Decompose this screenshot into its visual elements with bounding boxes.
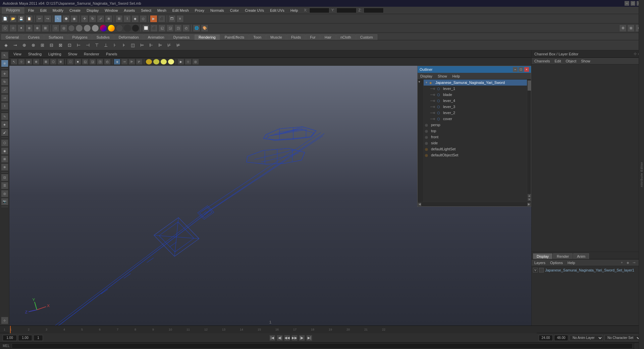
menu-item-display[interactable]: Display xyxy=(84,8,101,13)
go-to-start-btn[interactable]: |◀ xyxy=(269,335,275,341)
lasso-btn[interactable]: ⬟ xyxy=(62,15,70,22)
shelf-icon-14[interactable]: ⊧ xyxy=(120,41,128,49)
vp-color3[interactable] xyxy=(160,59,167,65)
step-fwd-btn[interactable]: |▶ xyxy=(299,335,305,341)
tb2-22[interactable]: ◳ xyxy=(174,24,182,32)
timeline-ruler[interactable]: 1 2 3 4 5 6 7 8 9 10 11 12 13 14 15 16 1… xyxy=(9,326,537,333)
mel-input[interactable] xyxy=(12,343,633,349)
vp-tbex2[interactable]: ⊹ xyxy=(185,59,192,65)
vp-color2[interactable] xyxy=(153,59,160,65)
shelf-icon-18[interactable]: ⊫ xyxy=(156,41,164,49)
outliner-close-btn[interactable]: × xyxy=(524,67,529,72)
vp-tb12[interactable]: ◳ xyxy=(97,59,103,65)
polygon-selector[interactable]: Polygons xyxy=(1,7,25,14)
mod-tab-dynamics[interactable]: Dynamics xyxy=(169,34,194,40)
tb2-12[interactable] xyxy=(92,24,99,32)
vp-tb9[interactable]: ■ xyxy=(74,59,81,65)
go-to-end-btn[interactable]: ▶| xyxy=(306,335,312,341)
cb-icon1[interactable]: ⊹ xyxy=(634,52,637,56)
mod-tab-subdivs[interactable]: Subdivs xyxy=(92,34,114,40)
show-ui-btn[interactable]: 🗔 xyxy=(168,15,176,22)
outliner-max-btn[interactable]: □ xyxy=(519,67,523,72)
select-btn[interactable]: ↖ xyxy=(54,15,62,22)
lt-layer[interactable]: ☰ xyxy=(1,182,8,189)
vp-tb11[interactable]: ◲ xyxy=(89,59,96,65)
tb2-1[interactable]: ⬡ xyxy=(1,24,9,32)
new-scene-btn[interactable]: 📄 xyxy=(1,15,9,22)
lt-select[interactable]: ↖ xyxy=(1,52,8,59)
tb2-8[interactable]: ◎ xyxy=(60,24,67,32)
universal-btn[interactable]: ⊕ xyxy=(105,15,112,22)
lt-lasso[interactable]: ⊕ xyxy=(1,60,8,67)
tb2-5[interactable]: ⊗ xyxy=(34,24,41,32)
snap-grid-btn[interactable]: ⊞ xyxy=(115,15,123,22)
cb-tab-edit[interactable]: Edit xyxy=(553,59,562,63)
shelf-icon-12[interactable]: ⊥ xyxy=(102,41,110,49)
outl-item-top[interactable]: ◎ top xyxy=(424,128,527,134)
tb2-17[interactable] xyxy=(132,24,139,32)
tb2-3[interactable]: ✦ xyxy=(17,24,25,32)
outliner-btn[interactable]: ≡ xyxy=(176,15,184,22)
lt-sculpt[interactable]: ◉ xyxy=(1,147,8,155)
mod-tab-fur[interactable]: Fur xyxy=(306,34,320,40)
tb2-2[interactable]: ⊹ xyxy=(9,24,17,32)
lt-move[interactable]: ✛ xyxy=(1,70,8,78)
vp-tbex3[interactable]: ◎ xyxy=(192,59,199,65)
snap-curve-btn[interactable]: ⌇ xyxy=(123,15,131,22)
tb2-13[interactable] xyxy=(100,24,107,32)
menu-item-window[interactable]: Window xyxy=(102,8,120,13)
outl-display-menu[interactable]: Display xyxy=(419,74,434,79)
lt-cam[interactable]: 📷 xyxy=(1,198,8,205)
save-btn[interactable]: 💾 xyxy=(17,15,25,22)
play-fwd-btn[interactable]: ▶▶ xyxy=(291,335,298,341)
shelf-icon-9[interactable]: ⊢ xyxy=(74,41,83,49)
mod-tab-polygons[interactable]: Polygons xyxy=(68,34,92,40)
vp-panels-menu[interactable]: Panels xyxy=(105,51,119,57)
vp-tb16[interactable]: ⊫ xyxy=(128,59,135,65)
move-btn[interactable]: ✛ xyxy=(81,15,88,22)
vp-tb4[interactable]: ⊕ xyxy=(33,59,40,65)
menu-item-edit[interactable]: Edit xyxy=(38,8,49,13)
shelf-icon-6[interactable]: ⊟ xyxy=(47,41,55,49)
mod-tab-muscle[interactable]: Muscle xyxy=(266,34,286,40)
menu-item-mesh[interactable]: Mesh xyxy=(155,8,169,13)
outl-item-defaultObjectSet[interactable]: ◎ defaultObjectSet xyxy=(424,152,527,158)
menu-item-proxy[interactable]: Proxy xyxy=(192,8,207,13)
tb2-7[interactable]: □ xyxy=(52,24,59,32)
menu-item-create[interactable]: Create xyxy=(67,8,83,13)
outl-item-root[interactable]: ▼ ◈ Japanese_Samurai_Naginata_Yari_Sword xyxy=(424,80,527,86)
tb2-icons-r2[interactable]: ⊞ xyxy=(627,24,635,32)
redo-btn[interactable]: ↪ xyxy=(44,15,51,22)
vp-tb15[interactable]: ⊸ xyxy=(121,59,128,65)
vp-tb1[interactable]: ↖ xyxy=(11,59,17,65)
vp-tb7[interactable]: ⊗ xyxy=(57,59,64,65)
shelf-icon-20[interactable]: ⊭ xyxy=(174,41,182,49)
menu-item-color[interactable]: Color xyxy=(227,8,241,13)
vp-color1[interactable] xyxy=(146,59,152,65)
menu-item-edit-mesh[interactable]: Edit Mesh xyxy=(170,8,192,13)
shelf-icon-8[interactable]: ⊡ xyxy=(65,41,73,49)
step-back-btn[interactable]: ◀| xyxy=(277,335,283,341)
outl-item-blade[interactable]: —o ⬡ blade xyxy=(424,92,527,98)
shelf-icon-7[interactable]: ⊠ xyxy=(56,41,64,49)
shelf-icon-19[interactable]: ⊬ xyxy=(165,41,173,49)
anim-end2-input[interactable] xyxy=(554,335,568,341)
tb2-15[interactable] xyxy=(116,24,123,32)
character-set-select[interactable]: No Character Set xyxy=(604,335,641,341)
lt-rotate[interactable]: ↻ xyxy=(1,78,8,86)
vp-show-menu[interactable]: Show xyxy=(67,51,79,57)
vp-view-menu[interactable]: View xyxy=(12,51,23,57)
scale-btn[interactable]: ⤢ xyxy=(97,15,104,22)
ipr-btn[interactable]: ⬛ xyxy=(158,15,165,22)
tb2-6[interactable]: ⊞ xyxy=(42,24,49,32)
menu-item-file[interactable]: File xyxy=(25,8,37,13)
cb-tab-show[interactable]: Show xyxy=(580,59,592,63)
mod-tab-toon[interactable]: Toon xyxy=(249,34,266,40)
tb2-25[interactable]: 🎨 xyxy=(201,24,208,32)
mod-tab-animation[interactable]: Animation xyxy=(144,34,169,40)
tb2-16[interactable] xyxy=(124,24,131,32)
menu-item-edit-uvs[interactable]: Edit UVs xyxy=(267,8,287,13)
shelf-icon-13[interactable]: ⊦ xyxy=(111,41,119,49)
layer-sub-layers[interactable]: Layers xyxy=(533,260,547,265)
cb-tab-object[interactable]: Object xyxy=(564,59,578,63)
